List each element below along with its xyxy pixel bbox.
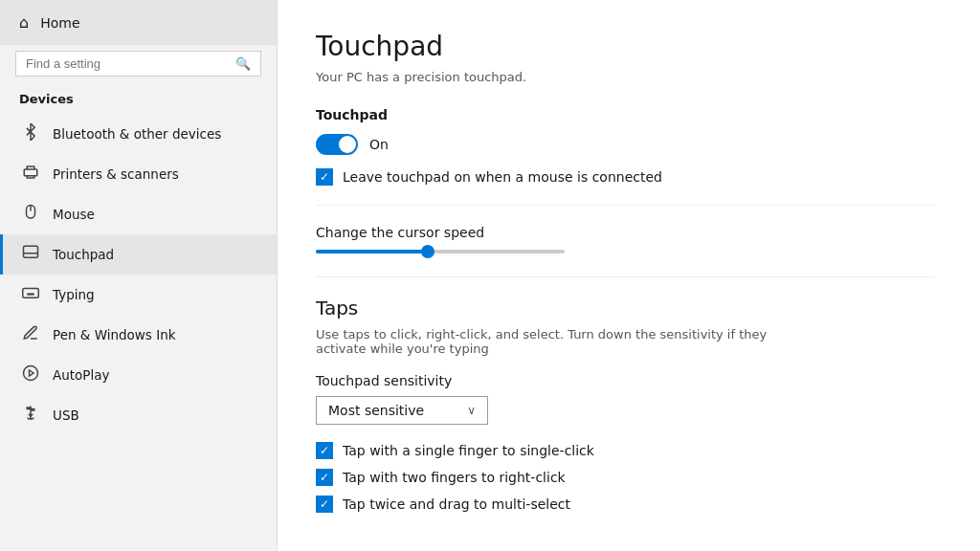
- subtitle: Your PC has a precision touchpad.: [316, 70, 934, 84]
- sidebar-item-label-mouse: Mouse: [53, 207, 95, 222]
- svg-rect-0: [24, 169, 37, 176]
- cursor-speed-label: Change the cursor speed: [316, 225, 934, 240]
- slider-thumb[interactable]: [421, 245, 434, 258]
- sidebar-section-title: Devices: [0, 88, 277, 114]
- double-tap-label: Tap twice and drag to multi-select: [343, 496, 570, 512]
- leave-touchpad-row: Leave touchpad on when a mouse is connec…: [316, 168, 934, 186]
- printer-icon: [22, 164, 39, 185]
- sensitivity-dropdown[interactable]: Most sensitive ∨: [316, 396, 488, 425]
- sidebar-item-typing[interactable]: Typing: [0, 275, 277, 315]
- touchpad-section-label: Touchpad: [316, 107, 934, 122]
- svg-rect-3: [24, 246, 38, 257]
- double-tap-row: Tap twice and drag to multi-select: [316, 496, 934, 513]
- home-label: Home: [40, 15, 79, 31]
- sidebar-item-label-pen: Pen & Windows Ink: [53, 327, 176, 342]
- single-tap-checkbox[interactable]: [316, 442, 333, 459]
- sidebar-item-mouse[interactable]: Mouse: [0, 194, 277, 234]
- svg-point-11: [24, 366, 38, 381]
- sidebar-home-button[interactable]: ⌂ Home: [0, 0, 277, 45]
- sidebar-item-touchpad[interactable]: Touchpad: [0, 234, 277, 275]
- toggle-label: On: [369, 137, 389, 152]
- sidebar-item-pen[interactable]: Pen & Windows Ink: [0, 315, 277, 355]
- touchpad-icon: [22, 244, 39, 265]
- cursor-speed-slider[interactable]: [316, 250, 934, 253]
- search-box[interactable]: 🔍: [15, 51, 261, 77]
- autoplay-icon: [22, 364, 39, 386]
- double-tap-checkbox[interactable]: [316, 496, 333, 513]
- sidebar-item-autoplay[interactable]: AutoPlay: [0, 355, 277, 395]
- svg-marker-12: [30, 370, 34, 376]
- sidebar-item-label-printers: Printers & scanners: [53, 166, 179, 182]
- usb-icon: [22, 405, 39, 426]
- slider-fill: [316, 250, 428, 253]
- slider-track: [316, 250, 565, 253]
- typing-icon: [22, 284, 39, 305]
- single-tap-row: Tap with a single finger to single-click: [316, 442, 934, 459]
- sidebar-item-printers[interactable]: Printers & scanners: [0, 154, 277, 194]
- main-content: Touchpad Your PC has a precision touchpa…: [278, 0, 980, 551]
- sidebar-item-label-touchpad: Touchpad: [53, 247, 114, 262]
- two-finger-tap-label: Tap with two fingers to right-click: [343, 470, 566, 485]
- two-finger-tap-checkbox[interactable]: [316, 469, 333, 486]
- sidebar: ⌂ Home 🔍 Devices Bluetooth & other devic…: [0, 0, 278, 551]
- taps-description: Use taps to click, right-click, and sele…: [316, 327, 813, 356]
- bluetooth-icon: [22, 123, 39, 144]
- taps-title: Taps: [316, 297, 934, 320]
- divider-1: [316, 205, 934, 206]
- chevron-down-icon: ∨: [467, 404, 476, 417]
- sidebar-item-usb[interactable]: USB: [0, 395, 277, 435]
- two-finger-tap-row: Tap with two fingers to right-click: [316, 469, 934, 486]
- sidebar-item-label-bluetooth: Bluetooth & other devices: [53, 126, 221, 142]
- sidebar-item-label-typing: Typing: [53, 287, 95, 302]
- search-input[interactable]: [26, 56, 228, 71]
- sidebar-item-label-usb: USB: [53, 408, 79, 423]
- leave-touchpad-checkbox[interactable]: [316, 168, 333, 186]
- touchpad-toggle-row: On: [316, 134, 934, 155]
- search-icon: 🔍: [235, 56, 251, 71]
- sensitivity-value: Most sensitive: [328, 403, 424, 418]
- page-title: Touchpad: [316, 31, 934, 62]
- sidebar-item-bluetooth[interactable]: Bluetooth & other devices: [0, 114, 277, 154]
- mouse-icon: [22, 204, 39, 225]
- touchpad-toggle[interactable]: [316, 134, 358, 155]
- sensitivity-label: Touchpad sensitivity: [316, 373, 934, 388]
- sidebar-item-label-autoplay: AutoPlay: [53, 367, 110, 383]
- leave-touchpad-label: Leave touchpad on when a mouse is connec…: [343, 169, 662, 185]
- pen-icon: [22, 324, 39, 345]
- home-icon: ⌂: [19, 13, 29, 32]
- divider-2: [316, 276, 934, 277]
- single-tap-label: Tap with a single finger to single-click: [343, 443, 594, 458]
